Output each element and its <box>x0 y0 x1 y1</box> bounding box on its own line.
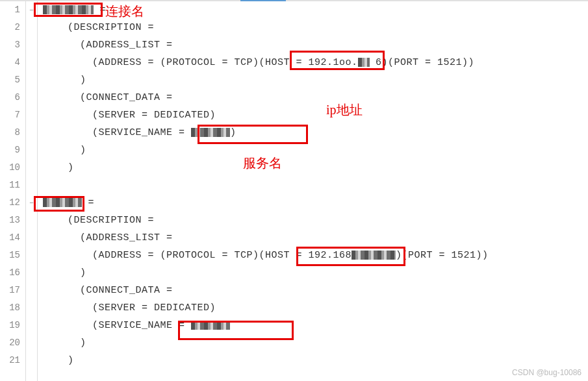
code-content[interactable]: = (DESCRIPTION = (ADDRESS_LIST = (ADDRES… <box>38 1 588 381</box>
code-line[interactable]: (ADDRESS = (PROTOCOL = TCP)(HOST = 192.1… <box>43 247 588 264</box>
line-number: 12 <box>0 194 20 212</box>
code-line[interactable]: = <box>43 1 588 19</box>
code-line[interactable]: (ADDRESS = (PROTOCOL = TCP)(HOST = 192.1… <box>43 54 588 71</box>
line-number: 11 <box>0 177 20 194</box>
line-number: 13 <box>0 212 20 229</box>
code-line[interactable]: ) <box>43 159 588 177</box>
line-number: 3 <box>0 36 20 54</box>
code-line[interactable]: ) <box>43 141 588 159</box>
redacted-conn-name <box>43 198 82 207</box>
line-number: 5 <box>0 71 20 89</box>
code-line[interactable]: ) <box>43 264 588 282</box>
fold-toggle-icon[interactable]: − <box>26 194 37 212</box>
code-line[interactable]: (SERVER = DEDICATED) <box>43 299 588 317</box>
code-editor: 1 2 3 4 5 6 7 8 9 10 11 12 13 14 15 16 1… <box>0 1 588 381</box>
line-number: 9 <box>0 141 20 159</box>
line-number: 8 <box>0 124 20 141</box>
code-line[interactable]: (DESCRIPTION = <box>43 212 588 229</box>
code-line[interactable]: ) <box>43 71 588 89</box>
line-number: 6 <box>0 89 20 106</box>
code-line[interactable]: (CONNECT_DATA = <box>43 89 588 106</box>
code-line[interactable]: ) <box>43 334 588 352</box>
watermark: CSDN @bug-10086 <box>512 368 582 377</box>
line-number: 7 <box>0 106 20 124</box>
code-line[interactable]: ) <box>43 352 588 369</box>
code-line[interactable]: (SERVICE_NAME = <box>43 317 588 334</box>
line-number-gutter: 1 2 3 4 5 6 7 8 9 10 11 12 13 14 15 16 1… <box>0 1 26 381</box>
redacted-service-name <box>191 128 230 137</box>
redacted-service-name <box>191 321 230 330</box>
line-number: 4 <box>0 54 20 71</box>
code-line[interactable]: (SERVER = DEDICATED) <box>43 106 588 124</box>
code-line[interactable]: (ADDRESS_LIST = <box>43 229 588 247</box>
code-line[interactable]: = <box>43 194 588 212</box>
redacted-ip-part <box>358 58 370 67</box>
code-line[interactable]: (DESCRIPTION = <box>43 19 588 36</box>
line-number: 18 <box>0 299 20 317</box>
line-number: 19 <box>0 317 20 334</box>
line-number: 10 <box>0 159 20 177</box>
line-number: 16 <box>0 264 20 282</box>
fold-gutter: − − <box>26 1 38 381</box>
code-line[interactable]: (ADDRESS_LIST = <box>43 36 588 54</box>
line-number: 2 <box>0 19 20 36</box>
code-line[interactable]: (SERVICE_NAME = ) <box>43 124 588 141</box>
redacted-conn-name <box>43 5 94 14</box>
line-number: 17 <box>0 282 20 299</box>
line-number: 20 <box>0 334 20 352</box>
code-line[interactable]: (CONNECT_DATA = <box>43 282 588 299</box>
fold-toggle-icon[interactable]: − <box>26 1 37 19</box>
redacted-ip-part <box>352 251 396 260</box>
line-number: 21 <box>0 352 20 369</box>
code-line[interactable] <box>43 177 588 194</box>
line-number: 1 <box>0 1 20 19</box>
line-number: 15 <box>0 247 20 264</box>
line-number: 14 <box>0 229 20 247</box>
